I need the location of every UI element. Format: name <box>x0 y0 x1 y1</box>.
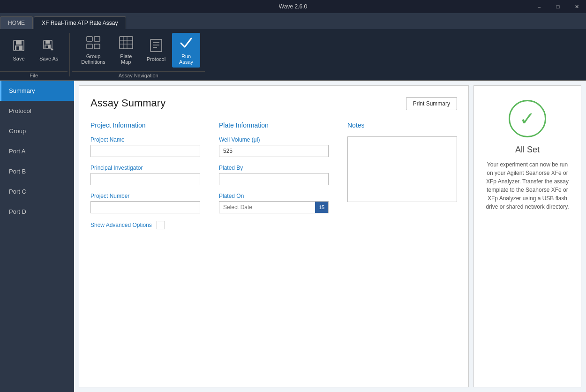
tab-bar: HOME XF Real-Time ATP Rate Assay <box>0 13 586 29</box>
plated-by-group: Plated By <box>219 165 329 185</box>
plated-on-date-wrap: 15 <box>219 201 329 213</box>
protocol-button[interactable]: Protocol <box>142 36 170 65</box>
protocol-icon <box>149 38 164 54</box>
main-layout: Summary Protocol Group Port A Port B Por… <box>0 81 586 392</box>
sidebar-item-port-a[interactable]: Port A <box>0 141 74 161</box>
group-definitions-icon <box>86 36 101 52</box>
svg-rect-7 <box>45 45 48 48</box>
checkmark-icon: ✓ <box>519 109 535 128</box>
ribbon: Save + Save As File <box>0 29 586 81</box>
advanced-options-row: Show Advanced Options <box>90 221 200 229</box>
app-title: Wave 2.6.0 <box>279 3 307 10</box>
svg-rect-9 <box>87 37 92 41</box>
sidebar-item-group[interactable]: Group <box>0 121 74 141</box>
svg-text:+: + <box>51 47 53 52</box>
project-info-section: Project Information Project Name Princip… <box>90 121 200 229</box>
ribbon-file-items: Save + Save As <box>0 29 68 71</box>
notes-title: Notes <box>347 121 457 129</box>
save-as-button[interactable]: + Save As <box>35 36 63 64</box>
ribbon-divider <box>69 33 70 76</box>
window-controls: – □ ✕ <box>530 0 586 13</box>
svg-rect-18 <box>150 39 162 52</box>
svg-rect-11 <box>87 44 92 49</box>
sidebar-item-port-b[interactable]: Port B <box>0 161 74 181</box>
project-info-title: Project Information <box>90 121 200 129</box>
principal-investigator-group: Principal Investigator <box>90 165 200 185</box>
ribbon-assay-nav-label: Assay Navigation <box>72 71 205 80</box>
advanced-options-label: Show Advanced Options <box>90 222 152 228</box>
save-button[interactable]: Save <box>5 36 33 64</box>
run-assay-icon <box>179 36 194 52</box>
form-sections: Project Information Project Name Princip… <box>90 121 457 229</box>
notes-section: Notes <box>347 121 457 229</box>
svg-rect-13 <box>120 37 133 49</box>
svg-rect-12 <box>94 44 100 49</box>
plate-map-icon <box>119 36 134 52</box>
ribbon-file-label: File <box>0 71 68 80</box>
plated-on-group: Plated On 15 <box>219 193 329 213</box>
sidebar: Summary Protocol Group Port A Port B Por… <box>0 81 74 392</box>
all-set-description: Your experiment can now be run on your A… <box>483 160 571 211</box>
tab-home[interactable]: HOME <box>0 16 33 29</box>
plate-info-section: Plate Information Well Volume (μl) Plate… <box>219 121 329 229</box>
plate-map-button[interactable]: PlateMap <box>112 33 140 68</box>
minimize-button[interactable]: – <box>530 0 548 13</box>
all-set-circle: ✓ <box>509 100 546 137</box>
svg-rect-10 <box>94 37 100 41</box>
project-number-label: Project Number <box>90 193 200 199</box>
plate-map-label: PlateMap <box>120 53 132 65</box>
plated-by-label: Plated By <box>219 165 329 171</box>
project-name-group: Project Name <box>90 136 200 157</box>
protocol-label: Protocol <box>147 56 165 62</box>
plate-info-title: Plate Information <box>219 121 329 129</box>
save-as-label: Save As <box>39 56 58 61</box>
title-bar: Wave 2.6.0 – □ ✕ <box>0 0 586 13</box>
group-definitions-label: GroupDefinitions <box>81 53 105 65</box>
main-panel: Assay Summary Print Summary Project Info… <box>79 85 469 387</box>
project-name-label: Project Name <box>90 136 200 143</box>
all-set-title: All Set <box>515 145 540 155</box>
ribbon-assay-nav-items: GroupDefinitions PlateMap <box>72 29 205 71</box>
tab-xf-assay[interactable]: XF Real-Time ATP Rate Assay <box>34 16 126 29</box>
print-summary-button[interactable]: Print Summary <box>406 97 457 110</box>
group-definitions-button[interactable]: GroupDefinitions <box>76 33 110 68</box>
plated-on-label: Plated On <box>219 193 329 199</box>
maximize-button[interactable]: □ <box>548 0 567 13</box>
plated-by-input[interactable] <box>219 173 329 185</box>
content-area: Assay Summary Print Summary Project Info… <box>74 81 586 392</box>
svg-rect-1 <box>16 40 22 45</box>
calendar-button[interactable]: 15 <box>315 202 328 213</box>
assay-header: Assay Summary Print Summary <box>90 97 457 110</box>
plated-on-input[interactable] <box>219 202 315 213</box>
calendar-icon: 15 <box>319 204 324 210</box>
assay-title: Assay Summary <box>90 97 165 109</box>
notes-textarea[interactable] <box>347 136 457 202</box>
right-panel: ✓ All Set Your experiment can now be run… <box>473 85 581 387</box>
principal-investigator-label: Principal Investigator <box>90 165 200 171</box>
svg-rect-3 <box>16 46 19 50</box>
sidebar-item-port-d[interactable]: Port D <box>0 202 74 222</box>
save-icon <box>12 39 25 54</box>
principal-investigator-input[interactable] <box>90 173 200 185</box>
svg-rect-5 <box>45 40 50 44</box>
sidebar-item-port-c[interactable]: Port C <box>0 181 74 202</box>
ribbon-file-section: Save + Save As File <box>0 29 68 80</box>
well-volume-label: Well Volume (μl) <box>219 136 329 143</box>
project-number-group: Project Number <box>90 193 200 213</box>
save-label: Save <box>13 56 24 61</box>
well-volume-group: Well Volume (μl) <box>219 136 329 157</box>
project-name-input[interactable] <box>90 145 200 157</box>
close-button[interactable]: ✕ <box>567 0 586 13</box>
sidebar-item-summary[interactable]: Summary <box>0 81 74 101</box>
sidebar-item-protocol[interactable]: Protocol <box>0 101 74 121</box>
project-number-input[interactable] <box>90 201 200 213</box>
advanced-options-checkbox[interactable] <box>157 221 165 229</box>
save-as-icon: + <box>42 39 55 54</box>
ribbon-assay-nav-section: GroupDefinitions PlateMap <box>72 29 205 80</box>
well-volume-input[interactable] <box>219 145 329 157</box>
run-assay-button[interactable]: RunAssay <box>172 33 200 68</box>
run-assay-label: RunAssay <box>179 53 193 65</box>
